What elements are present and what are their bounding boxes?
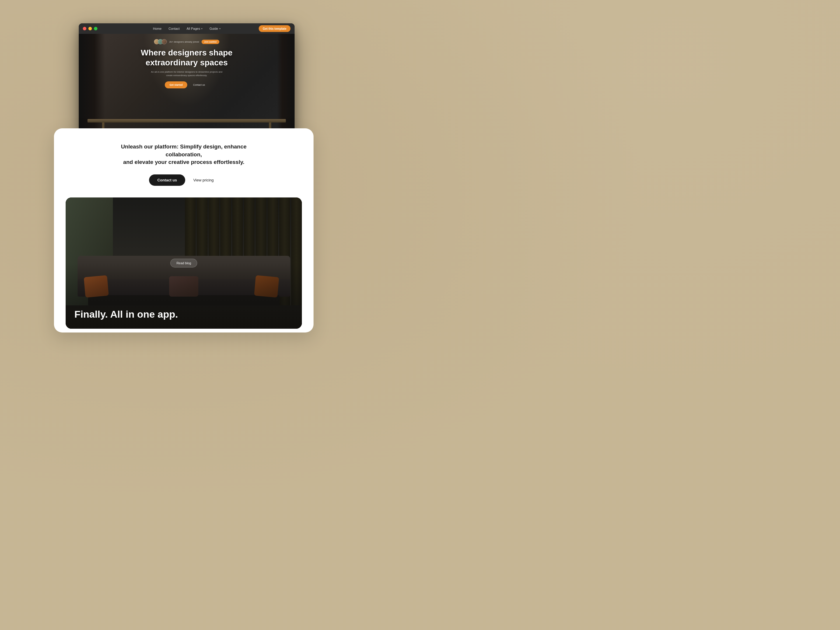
avatar xyxy=(162,39,167,44)
traffic-light-green[interactable] xyxy=(94,27,98,30)
platform-description: Unleash our platform: Simplify design, e… xyxy=(102,143,265,166)
contact-us-button[interactable]: Contact us xyxy=(149,174,185,186)
browser-hero: 2k+ designers already joined Join waitli… xyxy=(79,34,295,134)
browser-nav: Home Contact All Pages ▾ Guide ▾ xyxy=(153,23,220,34)
nav-home[interactable]: Home xyxy=(153,27,161,30)
interior-card: Read blog Finally. All in one app. xyxy=(66,197,302,329)
nav-all-pages[interactable]: All Pages ▾ xyxy=(187,27,202,30)
traffic-light-red[interactable] xyxy=(83,27,86,30)
contact-button-hero[interactable]: Contact us xyxy=(189,81,208,88)
white-card: Unleash our platform: Simplify design, e… xyxy=(54,128,314,333)
read-blog-button[interactable]: Read blog xyxy=(171,259,197,267)
desk-surface xyxy=(87,119,286,123)
browser-titlebar: Home Contact All Pages ▾ Guide ▾ Get thi… xyxy=(79,23,295,34)
get-template-button[interactable]: Get this template xyxy=(259,25,291,32)
platform-buttons: Contact us View pricing xyxy=(66,174,302,186)
chevron-down-icon: ▾ xyxy=(201,27,202,30)
interior-title: Finally. All in one app. xyxy=(74,309,293,320)
chevron-down-icon: ▾ xyxy=(219,27,221,30)
waitlist-text: 2k+ designers already joined xyxy=(169,41,199,43)
waitlist-badge: 2k+ designers already joined Join waitli… xyxy=(154,39,219,44)
hero-title: Where designers shape extraordinary spac… xyxy=(141,48,232,67)
hero-content: 2k+ designers already joined Join waitli… xyxy=(79,34,295,88)
avatar-group xyxy=(154,39,167,44)
hero-buttons: Get started Contact us xyxy=(165,81,208,88)
nav-guide[interactable]: Guide ▾ xyxy=(209,27,220,30)
nav-contact[interactable]: Contact xyxy=(169,27,180,30)
get-started-button[interactable]: Get started xyxy=(165,81,187,88)
join-waitlist-button[interactable]: Join waitlist xyxy=(202,39,219,44)
view-pricing-button[interactable]: View pricing xyxy=(189,174,218,186)
traffic-light-yellow[interactable] xyxy=(88,27,92,30)
browser-window: Home Contact All Pages ▾ Guide ▾ Get thi… xyxy=(79,23,295,134)
hero-subtitle: An all-in-one platform for interior desi… xyxy=(149,70,224,77)
traffic-lights xyxy=(83,27,98,30)
